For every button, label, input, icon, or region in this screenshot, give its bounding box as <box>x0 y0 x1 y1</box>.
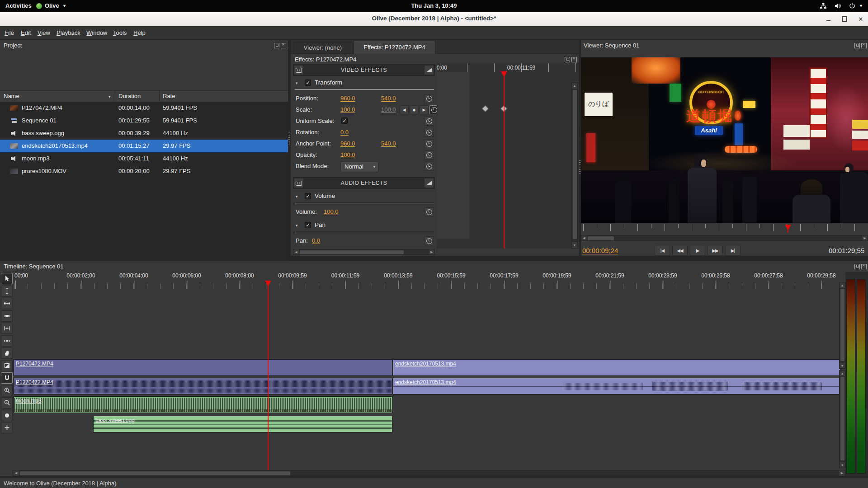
menu-file[interactable]: File <box>0 26 19 39</box>
skip-to-end-button[interactable]: ▶| <box>725 245 741 256</box>
window-titlebar[interactable]: Olive (December 2018 | Alpha) - <untitle… <box>0 12 868 26</box>
volume-collapse-arrow-icon[interactable]: ▾ <box>296 194 298 199</box>
collapse-audio-effects-button[interactable] <box>424 178 434 188</box>
opacity-value[interactable]: 100.0 <box>340 150 355 160</box>
pan-collapse-arrow-icon[interactable]: ▾ <box>296 223 298 228</box>
scroll-right-icon[interactable]: ▶ <box>862 235 868 240</box>
uniform-scale-keyframe-toggle[interactable] <box>424 117 434 126</box>
menu-tools[interactable]: Tools <box>108 26 131 39</box>
pan-value[interactable]: 0.0 <box>312 235 320 246</box>
tool-slip[interactable] <box>1 323 13 334</box>
add-video-effect-button[interactable] <box>294 65 304 75</box>
panel-close-icon[interactable] <box>281 43 286 48</box>
timeline-clip-bass-sweep[interactable]: bass sweep.ogg <box>93 416 392 432</box>
viewer-current-timecode[interactable]: 00:00:09;24 <box>582 247 618 254</box>
next-keyframe-button[interactable]: ▶ <box>420 105 429 114</box>
timeline-playhead-marker[interactable] <box>265 281 271 286</box>
scroll-left-icon[interactable]: ◀ <box>293 249 299 254</box>
minimize-button[interactable] <box>824 15 832 23</box>
keyframe-timeline[interactable]: 00;00 00:00:11;59 ▲ ▼ ◀ ▶ <box>437 63 579 249</box>
panel-close-icon[interactable] <box>861 264 867 269</box>
project-row-sequence01[interactable]: Sequence 01 00:01:29;55 59.9401 FPS <box>0 114 288 127</box>
menu-playback[interactable]: Playback <box>52 26 85 39</box>
blend-keyframe-toggle[interactable] <box>424 162 434 171</box>
tool-zoom-in[interactable] <box>1 385 13 396</box>
fast-forward-button[interactable]: ▶▶ <box>708 245 723 256</box>
tray-arrow-icon[interactable]: ▾ <box>860 3 862 8</box>
tool-snapping[interactable] <box>1 372 13 384</box>
scroll-left-icon[interactable]: ◀ <box>13 470 19 476</box>
project-row-moon[interactable]: moon.mp3 00:05:41:11 44100 Hz <box>0 152 288 165</box>
blend-mode-dropdown[interactable]: Normal ▾ <box>340 161 378 172</box>
scrollbar-thumb[interactable] <box>573 90 577 239</box>
scroll-up-icon[interactable]: ▲ <box>572 83 577 89</box>
panel-float-icon[interactable] <box>565 57 570 62</box>
scroll-down-icon[interactable]: ▼ <box>840 462 845 468</box>
previous-keyframe-button[interactable]: ◀ <box>400 105 409 114</box>
scroll-right-icon[interactable]: ▶ <box>429 249 434 254</box>
play-button[interactable]: ▶ <box>690 245 705 256</box>
timeline-ruler[interactable]: 00;00 00:00:02;00 00:00:04;00 00:00:06;0… <box>14 272 839 291</box>
video-tracks-vscrollbar[interactable]: ▲ ▼ <box>839 282 845 369</box>
project-row-bass-sweep[interactable]: bass sweep.ogg 00:00:39:29 44100 Hz <box>0 127 288 140</box>
timeline-clip-audio-endsketch[interactable]: endsketch20170513.mp4 <box>393 378 840 394</box>
keyframe-playhead-marker[interactable] <box>501 71 507 77</box>
position-y-value[interactable]: 540.0 <box>381 93 396 104</box>
network-icon[interactable] <box>819 2 827 9</box>
scrollbar-thumb[interactable] <box>840 289 844 361</box>
panel-close-icon[interactable] <box>861 43 867 48</box>
volume-icon[interactable] <box>834 2 842 9</box>
anchor-y-value[interactable]: 540.0 <box>381 138 396 149</box>
effects-hscrollbar[interactable]: ◀ ▶ <box>293 249 435 255</box>
timeline-clip-moon-mp3[interactable]: moon.mp3 <box>14 396 392 413</box>
tool-ripple[interactable] <box>1 298 13 309</box>
uniform-scale-checkbox[interactable]: ✓ <box>341 117 348 124</box>
video-preview[interactable]: のりば DOTONBORI 道頓堀 Asahi <box>581 57 868 223</box>
column-rate[interactable]: Rate <box>163 91 175 102</box>
project-row-prores[interactable]: prores1080.MOV 00:00:20;00 29.97 FPS <box>0 165 288 178</box>
tool-edit[interactable] <box>1 286 13 297</box>
viewer-ruler[interactable] <box>581 224 868 233</box>
timeline-clip-video-endsketch[interactable]: endsketch20170513.mp4 <box>393 359 840 376</box>
panel-close-icon[interactable] <box>571 57 577 62</box>
scroll-down-icon[interactable]: ▼ <box>840 363 845 368</box>
viewer-hscrollbar[interactable]: ◀ ▶ <box>581 235 868 241</box>
timeline-clip-video-p1270472[interactable]: P1270472.MP4 <box>14 359 392 376</box>
transform-enabled-checkbox[interactable]: ✓ <box>305 80 311 86</box>
maximize-button[interactable] <box>840 15 849 23</box>
power-icon[interactable] <box>848 2 856 9</box>
collapse-video-effects-button[interactable] <box>424 65 434 75</box>
volume-value[interactable]: 100.0 <box>324 206 339 217</box>
scroll-right-icon[interactable]: ▶ <box>839 470 845 476</box>
keyframe-diamond[interactable] <box>482 105 489 113</box>
audio-tracks-vscrollbar[interactable]: ▲ ▼ <box>839 370 845 468</box>
scroll-left-icon[interactable]: ◀ <box>581 235 587 240</box>
opacity-keyframe-toggle[interactable] <box>424 150 434 160</box>
tool-transition[interactable] <box>1 360 13 371</box>
transform-collapse-arrow-icon[interactable]: ▾ <box>296 81 298 85</box>
volume-effect-title[interactable]: Volume <box>315 192 335 199</box>
timeline-clip-audio-p1270472[interactable]: P1270472.MP4 <box>14 378 392 394</box>
clock[interactable]: Thu Jan 3, 10:49 <box>0 2 868 9</box>
tool-pointer[interactable] <box>1 273 13 284</box>
rewind-button[interactable]: ◀◀ <box>672 245 688 256</box>
scrollbar-thumb[interactable] <box>588 236 614 240</box>
scroll-up-icon[interactable]: ▲ <box>840 282 845 288</box>
tool-slide[interactable] <box>1 335 13 347</box>
scroll-up-icon[interactable]: ▲ <box>840 371 845 376</box>
tool-razor[interactable] <box>1 310 13 322</box>
timeline-hscrollbar[interactable]: ◀ ▶ <box>13 470 845 476</box>
project-row-p1270472[interactable]: P1270472.MP4 00:00:14;00 59.9401 FPS <box>0 102 288 114</box>
scrollbar-thumb[interactable] <box>300 250 404 254</box>
volume-keyframe-toggle[interactable] <box>424 207 434 216</box>
scrollbar-thumb[interactable] <box>840 377 844 460</box>
tool-record[interactable] <box>1 410 13 421</box>
menu-window[interactable]: Window <box>82 26 112 39</box>
rotation-value[interactable]: 0.0 <box>340 127 349 138</box>
volume-enabled-checkbox[interactable]: ✓ <box>305 193 311 199</box>
transform-effect-title[interactable]: Transform <box>315 79 342 86</box>
pan-effect-title[interactable]: Pan <box>315 221 326 228</box>
skip-to-start-button[interactable]: |◀ <box>655 245 670 256</box>
panel-float-icon[interactable] <box>854 43 860 48</box>
pan-keyframe-toggle[interactable] <box>424 236 434 245</box>
